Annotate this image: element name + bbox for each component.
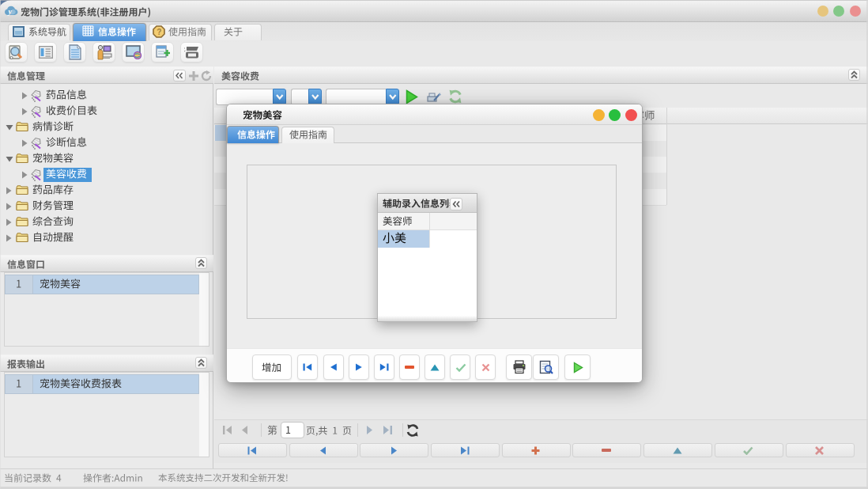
svg-text:?: ? [157, 28, 161, 36]
svg-text:y: y [7, 7, 12, 16]
